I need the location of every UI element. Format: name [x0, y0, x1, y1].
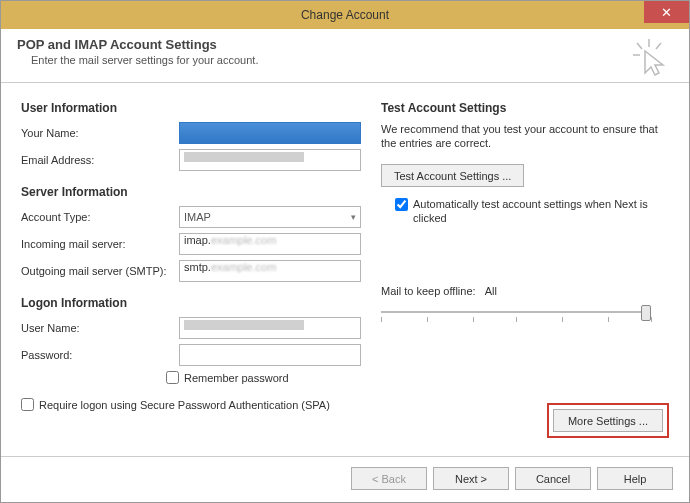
- section-server-info: Server Information: [21, 185, 361, 199]
- label-email: Email Address:: [21, 154, 179, 166]
- label-password: Password:: [21, 349, 179, 361]
- auto-test-checkbox[interactable]: [395, 198, 408, 211]
- test-account-settings-button[interactable]: Test Account Settings ...: [381, 164, 524, 187]
- header-title: POP and IMAP Account Settings: [17, 37, 217, 52]
- label-account-type: Account Type:: [21, 211, 179, 223]
- section-logon-info: Logon Information: [21, 296, 361, 310]
- slider-thumb[interactable]: [641, 305, 651, 321]
- slider-track: [381, 311, 651, 313]
- incoming-server-input[interactable]: imap.example.com: [179, 233, 361, 255]
- incoming-hidden: example.com: [211, 234, 276, 246]
- email-input[interactable]: [179, 149, 361, 171]
- incoming-prefix: imap.: [184, 234, 211, 246]
- chevron-down-icon: ▾: [351, 212, 356, 222]
- close-icon: ✕: [661, 5, 672, 20]
- right-column: Test Account Settings We recommend that …: [381, 101, 669, 438]
- svg-line-1: [637, 43, 642, 49]
- cursor-click-icon: [629, 37, 669, 77]
- cancel-button[interactable]: Cancel: [515, 467, 591, 490]
- outgoing-server-input[interactable]: smtp.example.com: [179, 260, 361, 282]
- user-name-input[interactable]: [179, 317, 361, 339]
- label-auto-test: Automatically test account settings when…: [413, 197, 669, 225]
- window-title: Change Account: [301, 8, 389, 22]
- test-settings-desc: We recommend that you test your account …: [381, 122, 669, 150]
- more-settings-highlight: More Settings ...: [547, 403, 669, 438]
- outgoing-prefix: smtp.: [184, 261, 211, 273]
- mail-keep-slider[interactable]: [381, 305, 651, 327]
- svg-line-2: [656, 43, 661, 49]
- titlebar: Change Account ✕: [1, 1, 689, 29]
- your-name-input[interactable]: [179, 122, 361, 144]
- label-spa: Require logon using Secure Password Auth…: [39, 398, 330, 412]
- back-button[interactable]: < Back: [351, 467, 427, 490]
- left-column: User Information Your Name: Email Addres…: [21, 101, 361, 438]
- password-input[interactable]: [179, 344, 361, 366]
- section-user-info: User Information: [21, 101, 361, 115]
- remember-password-checkbox[interactable]: [166, 371, 179, 384]
- footer: < Back Next > Cancel Help: [1, 456, 689, 500]
- label-user-name: User Name:: [21, 322, 179, 334]
- next-button[interactable]: Next >: [433, 467, 509, 490]
- label-incoming: Incoming mail server:: [21, 238, 179, 250]
- outgoing-hidden: example.com: [211, 261, 276, 273]
- header: POP and IMAP Account Settings Enter the …: [1, 29, 689, 83]
- label-remember: Remember password: [184, 372, 289, 384]
- body: User Information Your Name: Email Addres…: [1, 83, 689, 438]
- close-button[interactable]: ✕: [644, 1, 689, 23]
- account-type-value: IMAP: [184, 211, 211, 223]
- section-test-settings: Test Account Settings: [381, 101, 669, 115]
- mail-keep-label: Mail to keep offline:: [381, 285, 476, 297]
- label-outgoing: Outgoing mail server (SMTP):: [21, 265, 179, 277]
- label-your-name: Your Name:: [21, 127, 179, 139]
- mail-keep-value: All: [485, 285, 497, 297]
- account-type-select[interactable]: IMAP ▾: [179, 206, 361, 228]
- spa-checkbox[interactable]: [21, 398, 34, 411]
- header-subtitle: Enter the mail server settings for your …: [31, 54, 673, 66]
- more-settings-button[interactable]: More Settings ...: [553, 409, 663, 432]
- help-button[interactable]: Help: [597, 467, 673, 490]
